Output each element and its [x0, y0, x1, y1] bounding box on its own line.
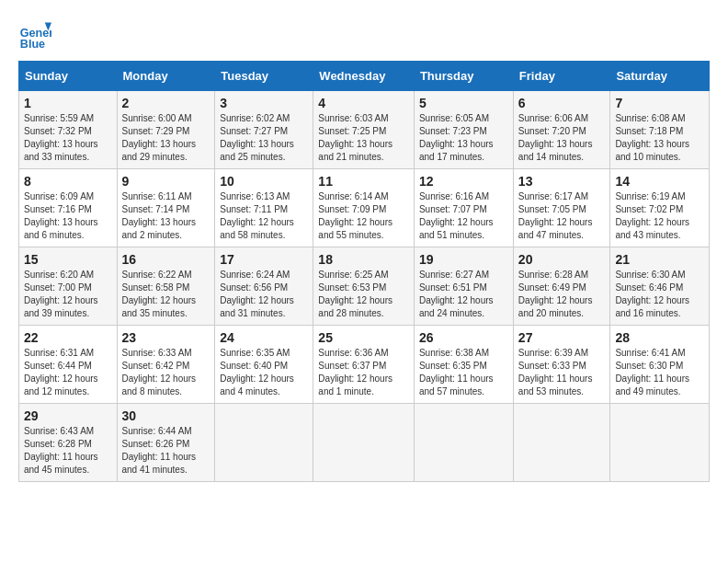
table-cell: 7Sunrise: 6:08 AM Sunset: 7:18 PM Daylig… [610, 91, 710, 169]
day-info: Sunrise: 6:30 AM Sunset: 6:46 PM Dayligh… [615, 269, 704, 320]
table-cell [215, 404, 313, 482]
day-number: 19 [419, 252, 508, 267]
table-cell: 2Sunrise: 6:00 AM Sunset: 7:29 PM Daylig… [117, 91, 215, 169]
table-cell: 26Sunrise: 6:38 AM Sunset: 6:35 PM Dayli… [414, 326, 513, 404]
day-number: 26 [419, 330, 508, 345]
day-number: 17 [220, 252, 308, 267]
day-info: Sunrise: 6:31 AM Sunset: 6:44 PM Dayligh… [24, 347, 112, 398]
day-info: Sunrise: 6:19 AM Sunset: 7:02 PM Dayligh… [615, 190, 704, 242]
calendar-table: Sunday Monday Tuesday Wednesday Thursday… [18, 61, 710, 482]
day-number: 22 [24, 330, 112, 345]
table-cell: 16Sunrise: 6:22 AM Sunset: 6:58 PM Dayli… [117, 247, 215, 326]
day-info: Sunrise: 6:25 AM Sunset: 6:53 PM Dayligh… [318, 269, 409, 320]
day-number: 13 [518, 174, 606, 189]
table-cell: 28Sunrise: 6:41 AM Sunset: 6:30 PM Dayli… [610, 326, 710, 404]
col-saturday: Saturday [610, 62, 710, 91]
table-cell [610, 404, 710, 482]
table-cell: 21Sunrise: 6:30 AM Sunset: 6:46 PM Dayli… [610, 247, 710, 326]
table-cell: 9Sunrise: 6:11 AM Sunset: 7:14 PM Daylig… [117, 169, 215, 247]
day-info: Sunrise: 6:00 AM Sunset: 7:29 PM Dayligh… [122, 112, 210, 164]
table-cell: 10Sunrise: 6:13 AM Sunset: 7:11 PM Dayli… [215, 169, 313, 247]
day-number: 10 [220, 174, 308, 189]
table-cell: 20Sunrise: 6:28 AM Sunset: 6:49 PM Dayli… [513, 247, 610, 326]
table-cell: 22Sunrise: 6:31 AM Sunset: 6:44 PM Dayli… [19, 326, 118, 404]
calendar-row: 1Sunrise: 5:59 AM Sunset: 7:32 PM Daylig… [19, 91, 710, 169]
logo-icon: General Blue [18, 18, 51, 52]
table-cell: 12Sunrise: 6:16 AM Sunset: 7:07 PM Dayli… [414, 169, 513, 247]
day-info: Sunrise: 6:05 AM Sunset: 7:23 PM Dayligh… [419, 112, 508, 164]
day-info: Sunrise: 6:06 AM Sunset: 7:20 PM Dayligh… [518, 112, 606, 164]
day-number: 4 [318, 96, 409, 110]
table-cell [414, 404, 513, 482]
table-cell: 11Sunrise: 6:14 AM Sunset: 7:09 PM Dayli… [313, 169, 415, 247]
day-number: 6 [518, 96, 606, 110]
table-cell: 24Sunrise: 6:35 AM Sunset: 6:40 PM Dayli… [215, 326, 313, 404]
day-number: 2 [122, 96, 210, 110]
table-cell: 3Sunrise: 6:02 AM Sunset: 7:27 PM Daylig… [215, 91, 313, 169]
day-number: 30 [122, 408, 210, 423]
day-number: 21 [615, 252, 704, 267]
day-info: Sunrise: 6:33 AM Sunset: 6:42 PM Dayligh… [122, 347, 210, 398]
svg-text:Blue: Blue [20, 38, 45, 51]
day-info: Sunrise: 6:27 AM Sunset: 6:51 PM Dayligh… [419, 269, 508, 320]
table-cell: 15Sunrise: 6:20 AM Sunset: 7:00 PM Dayli… [19, 247, 118, 326]
day-info: Sunrise: 6:20 AM Sunset: 7:00 PM Dayligh… [24, 269, 112, 320]
day-number: 24 [220, 330, 308, 345]
day-info: Sunrise: 6:41 AM Sunset: 6:30 PM Dayligh… [615, 347, 704, 398]
table-cell: 5Sunrise: 6:05 AM Sunset: 7:23 PM Daylig… [414, 91, 513, 169]
day-info: Sunrise: 6:17 AM Sunset: 7:05 PM Dayligh… [518, 190, 606, 242]
day-info: Sunrise: 6:03 AM Sunset: 7:25 PM Dayligh… [318, 112, 409, 164]
calendar-row: 8Sunrise: 6:09 AM Sunset: 7:16 PM Daylig… [19, 169, 710, 247]
day-info: Sunrise: 6:24 AM Sunset: 6:56 PM Dayligh… [220, 269, 308, 320]
day-number: 3 [220, 96, 308, 110]
day-info: Sunrise: 6:43 AM Sunset: 6:28 PM Dayligh… [24, 425, 112, 477]
day-number: 23 [122, 330, 210, 345]
day-number: 15 [24, 252, 112, 267]
day-number: 12 [419, 174, 508, 189]
calendar-body: 1Sunrise: 5:59 AM Sunset: 7:32 PM Daylig… [19, 91, 710, 482]
day-number: 14 [615, 174, 704, 189]
table-cell [313, 404, 415, 482]
day-info: Sunrise: 6:11 AM Sunset: 7:14 PM Dayligh… [122, 190, 210, 242]
day-number: 9 [122, 174, 210, 189]
calendar-row: 29Sunrise: 6:43 AM Sunset: 6:28 PM Dayli… [19, 404, 710, 482]
day-info: Sunrise: 6:09 AM Sunset: 7:16 PM Dayligh… [24, 190, 112, 242]
table-cell: 13Sunrise: 6:17 AM Sunset: 7:05 PM Dayli… [513, 169, 610, 247]
day-number: 25 [318, 330, 409, 345]
col-friday: Friday [513, 62, 610, 91]
table-cell: 29Sunrise: 6:43 AM Sunset: 6:28 PM Dayli… [19, 404, 118, 482]
day-number: 20 [518, 252, 606, 267]
table-cell: 27Sunrise: 6:39 AM Sunset: 6:33 PM Dayli… [513, 326, 610, 404]
col-monday: Monday [117, 62, 215, 91]
day-number: 29 [24, 408, 112, 423]
day-number: 7 [615, 96, 704, 110]
table-cell: 17Sunrise: 6:24 AM Sunset: 6:56 PM Dayli… [215, 247, 313, 326]
day-info: Sunrise: 6:28 AM Sunset: 6:49 PM Dayligh… [518, 269, 606, 320]
day-number: 27 [518, 330, 606, 345]
day-info: Sunrise: 6:39 AM Sunset: 6:33 PM Dayligh… [518, 347, 606, 398]
calendar-row: 15Sunrise: 6:20 AM Sunset: 7:00 PM Dayli… [19, 247, 710, 326]
table-cell [513, 404, 610, 482]
col-wednesday: Wednesday [313, 62, 415, 91]
col-thursday: Thursday [414, 62, 513, 91]
calendar-row: 22Sunrise: 6:31 AM Sunset: 6:44 PM Dayli… [19, 326, 710, 404]
day-info: Sunrise: 6:35 AM Sunset: 6:40 PM Dayligh… [220, 347, 308, 398]
table-cell: 30Sunrise: 6:44 AM Sunset: 6:26 PM Dayli… [117, 404, 215, 482]
day-info: Sunrise: 6:08 AM Sunset: 7:18 PM Dayligh… [615, 112, 704, 164]
table-cell: 6Sunrise: 6:06 AM Sunset: 7:20 PM Daylig… [513, 91, 610, 169]
day-number: 1 [24, 96, 112, 110]
table-cell: 14Sunrise: 6:19 AM Sunset: 7:02 PM Dayli… [610, 169, 710, 247]
day-info: Sunrise: 6:02 AM Sunset: 7:27 PM Dayligh… [220, 112, 308, 164]
table-cell: 23Sunrise: 6:33 AM Sunset: 6:42 PM Dayli… [117, 326, 215, 404]
logo: General Blue [18, 18, 51, 52]
table-cell: 8Sunrise: 6:09 AM Sunset: 7:16 PM Daylig… [19, 169, 118, 247]
day-info: Sunrise: 6:44 AM Sunset: 6:26 PM Dayligh… [122, 425, 210, 477]
table-cell: 4Sunrise: 6:03 AM Sunset: 7:25 PM Daylig… [313, 91, 415, 169]
day-number: 11 [318, 174, 409, 189]
day-number: 8 [24, 174, 112, 189]
header-row: Sunday Monday Tuesday Wednesday Thursday… [19, 62, 710, 91]
table-cell: 1Sunrise: 5:59 AM Sunset: 7:32 PM Daylig… [19, 91, 118, 169]
day-number: 5 [419, 96, 508, 110]
day-info: Sunrise: 6:13 AM Sunset: 7:11 PM Dayligh… [220, 190, 308, 242]
col-tuesday: Tuesday [215, 62, 313, 91]
